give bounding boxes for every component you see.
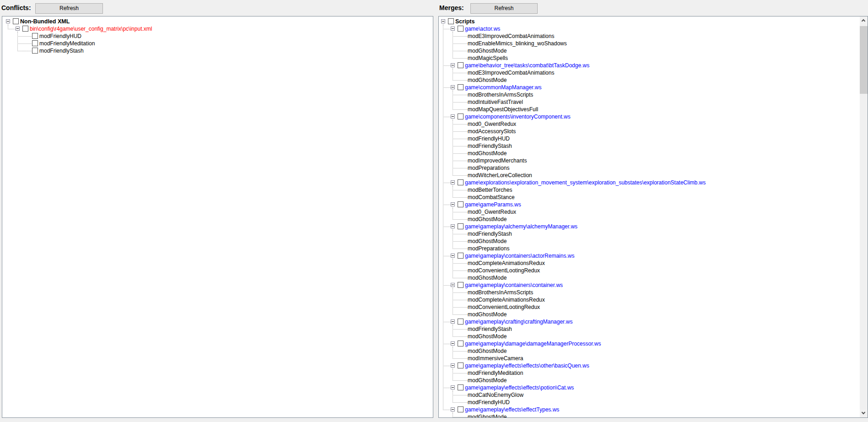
merges-vertical-scrollbar[interactable] <box>860 16 868 417</box>
tree-node-label[interactable]: modGhostMode <box>468 333 507 340</box>
collapse-expander-icon[interactable] <box>451 27 455 31</box>
tree-node-label[interactable]: modCompleteAnimationsRedux <box>468 260 545 266</box>
checkbox[interactable] <box>458 84 464 90</box>
tree-node-label[interactable]: game\gameplay\containers\actorRemains.ws <box>465 253 574 259</box>
collapse-expander-icon[interactable] <box>451 85 455 89</box>
tree-node-label[interactable]: mod0_GwentRedux <box>468 121 516 127</box>
tree-node-label[interactable]: modGhostMode <box>468 216 507 222</box>
checkbox[interactable] <box>458 62 464 68</box>
checkbox[interactable] <box>458 201 464 207</box>
collapse-expander-icon[interactable] <box>451 180 455 184</box>
tree-node-label[interactable]: game\explorations\exploration_movement_s… <box>465 179 706 186</box>
tree-node-label[interactable]: game\components\inventoryComponent.ws <box>465 114 571 120</box>
tree-node-label[interactable]: modMagicSpells <box>468 55 508 61</box>
collapse-expander-icon[interactable] <box>451 63 455 67</box>
tree-node-label[interactable]: game\gameplay\damage\damageManagerProces… <box>465 341 601 347</box>
collapse-expander-icon[interactable] <box>451 283 455 287</box>
tree-node-label[interactable]: modFriendlyHUD <box>468 399 510 406</box>
checkbox[interactable] <box>458 341 464 346</box>
checkbox[interactable] <box>458 114 464 119</box>
checkbox[interactable] <box>458 384 464 390</box>
tree-node-label[interactable]: modConvenientLootingRedux <box>468 304 540 310</box>
tree-node-label[interactable]: modBrothersInArmsScripts <box>468 289 533 296</box>
collapse-expander-icon[interactable] <box>451 385 455 390</box>
tree-node-label[interactable]: modMapQuestObjectivesFull <box>468 106 538 113</box>
tree-node-label[interactable]: modGhostMode <box>468 348 507 354</box>
checkbox[interactable] <box>32 33 38 39</box>
collapse-expander-icon[interactable] <box>451 254 455 258</box>
tree-node-label[interactable]: modE3ImprovedCombatAnimations <box>468 70 554 76</box>
tree-node-label[interactable]: game\behavior_tree\tasks\combat\btTaskDo… <box>465 62 589 69</box>
merges-refresh-button[interactable]: Refresh <box>470 3 538 14</box>
conflicts-refresh-button[interactable]: Refresh <box>35 3 103 14</box>
tree-node-label[interactable]: modBrothersInArmsScripts <box>468 92 533 98</box>
tree-node-label[interactable]: modFriendlyStash <box>39 48 84 54</box>
tree-node-label[interactable]: modGhostMode <box>468 48 507 54</box>
tree-node-label[interactable]: modGhostMode <box>468 77 507 83</box>
tree-node-label[interactable]: game\gameplay\effects\effects\potion\Cat… <box>465 384 574 391</box>
scroll-down-button[interactable] <box>860 409 868 417</box>
tree-node-label[interactable]: modFriendlyStash <box>468 326 512 332</box>
tree-node-label[interactable]: modCatNoEnemyGlow <box>468 392 523 398</box>
tree-node-label[interactable]: game\gameplay\containers\container.ws <box>465 282 563 288</box>
collapse-expander-icon[interactable] <box>451 363 455 368</box>
tree-node-label[interactable]: bin\config\r4game\user_config_matrix\pc\… <box>30 26 152 32</box>
tree-node-label[interactable]: Scripts <box>455 18 474 25</box>
checkbox[interactable] <box>458 362 464 368</box>
tree-node-label[interactable]: modFriendlyMeditation <box>39 40 95 47</box>
tree-node-label[interactable]: Non-Bundled XML <box>20 18 70 25</box>
tree-node-label[interactable]: game\actor.ws <box>465 26 500 32</box>
checkbox[interactable] <box>13 18 19 24</box>
tree-node-label[interactable]: game\gameplay\effects\effects\other\basi… <box>465 362 589 369</box>
tree-node-label[interactable]: modGhostMode <box>468 377 507 384</box>
collapse-expander-icon[interactable] <box>441 19 445 23</box>
tree-node-label[interactable]: modGhostMode <box>468 238 507 244</box>
checkbox[interactable] <box>458 223 464 229</box>
tree-node-label[interactable]: modPreparations <box>468 165 509 171</box>
tree-node-label[interactable]: modGhostMode <box>468 275 507 281</box>
collapse-expander-icon[interactable] <box>451 407 455 411</box>
checkbox[interactable] <box>458 406 464 412</box>
checkbox[interactable] <box>458 179 464 185</box>
tree-node-label[interactable]: game\commonMapManager.ws <box>465 84 541 91</box>
tree-node-label[interactable]: modIntuitiveFastTravel <box>468 99 523 105</box>
checkbox[interactable] <box>458 26 464 32</box>
tree-node-label[interactable]: modFriendlyStash <box>468 231 512 237</box>
scrollbar-thumb[interactable] <box>860 26 868 94</box>
tree-node-label[interactable]: modGhostMode <box>468 150 507 157</box>
collapse-expander-icon[interactable] <box>451 202 455 206</box>
collapse-expander-icon[interactable] <box>6 19 10 23</box>
tree-node-label[interactable]: modGhostMode <box>468 311 507 318</box>
tree-node-label[interactable]: modBetterTorches <box>468 187 512 193</box>
tree-node-label[interactable]: modAccessorySlots <box>468 128 516 135</box>
collapse-expander-icon[interactable] <box>16 27 20 31</box>
tree-node-label[interactable]: modFriendlyHUD <box>468 135 510 142</box>
tree-node-label[interactable]: modFriendlyStash <box>468 143 512 149</box>
tree-node-label[interactable]: modFriendlyHUD <box>39 33 81 39</box>
tree-node-label[interactable]: game\gameParams.ws <box>465 201 521 208</box>
tree-node-label[interactable]: modEnableMimics_blinking_woShadows <box>468 40 567 47</box>
scroll-up-button[interactable] <box>860 16 868 25</box>
tree-node-label[interactable]: modE3ImprovedCombatAnimations <box>468 33 554 39</box>
tree-node-label[interactable]: game\gameplay\alchemy\alchemyManager.ws <box>465 223 577 230</box>
tree-node-label[interactable]: modImmersiveCamera <box>468 355 523 362</box>
tree-node-label[interactable]: modCombatStance <box>468 194 515 200</box>
tree-node-label[interactable]: modConvenientLootingRedux <box>468 267 540 274</box>
collapse-expander-icon[interactable] <box>451 341 455 346</box>
checkbox[interactable] <box>458 319 464 325</box>
tree-node-label[interactable]: modWitcherLoreCollection <box>468 172 532 179</box>
tree-node-label[interactable]: modPreparations <box>468 245 509 252</box>
tree-node-label[interactable]: modCompleteAnimationsRedux <box>468 297 545 303</box>
checkbox[interactable] <box>32 40 38 46</box>
tree-node-label[interactable]: modFriendlyMeditation <box>468 370 523 376</box>
checkbox[interactable] <box>458 253 464 259</box>
checkbox[interactable] <box>32 48 38 54</box>
collapse-expander-icon[interactable] <box>451 224 455 228</box>
checkbox[interactable] <box>22 26 28 32</box>
collapse-expander-icon[interactable] <box>451 114 455 119</box>
tree-node-label[interactable]: game\gameplay\crafting\craftingManager.w… <box>465 319 572 325</box>
tree-node-label[interactable]: game\gameplay\effects\effectTypes.ws <box>465 406 559 413</box>
checkbox[interactable] <box>458 282 464 288</box>
checkbox[interactable] <box>448 18 454 24</box>
tree-node-label[interactable]: modImprovedMerchants <box>468 157 527 164</box>
